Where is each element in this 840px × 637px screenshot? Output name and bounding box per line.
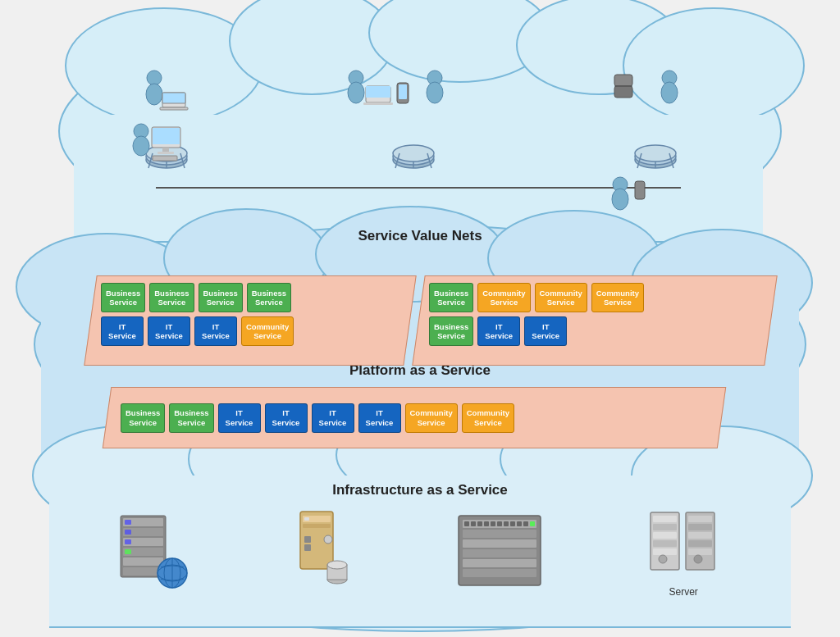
svg-rect-58 (614, 86, 632, 98)
svg-rect-125 (688, 532, 712, 539)
paas-right-row1: BusinessService CommunityService Communi… (429, 283, 760, 312)
svg-rect-45 (366, 86, 390, 98)
svg-rect-88 (304, 517, 309, 521)
iaas-text: Infrastructure as a Service (332, 482, 508, 498)
user-group-1 (144, 68, 189, 171)
hub-icon-2 (391, 142, 436, 171)
it-svc-3: ITService (194, 316, 237, 346)
user-row-1 (144, 68, 189, 121)
large-rack-server-icon (454, 512, 545, 594)
paas-bottom-panel-inner: BusinessService BusinessService ITServic… (107, 388, 721, 448)
community-svc-1: CommunityService (241, 316, 294, 346)
it-svc-8: ITService (312, 403, 354, 433)
person-group-2-icon (346, 68, 453, 125)
infra-item-3 (454, 512, 545, 598)
svg-rect-38 (153, 128, 180, 144)
person-phone-icon (610, 175, 660, 224)
svg-rect-57 (614, 75, 632, 86)
tower-server-icon (292, 507, 354, 594)
iaas-label: Infrastructure as a Service (0, 482, 840, 498)
svg-point-61 (661, 82, 678, 103)
business-svc-4: BusinessService (247, 283, 291, 312)
paas-right-panel: BusinessService CommunityService Communi… (412, 275, 777, 366)
svg-rect-75 (125, 530, 131, 535)
svg-point-64 (612, 189, 628, 210)
svg-rect-80 (123, 557, 163, 566)
svg-rect-104 (464, 521, 469, 526)
svg-rect-41 (153, 156, 177, 161)
business-svc-8: BusinessService (169, 403, 213, 433)
paas-left-panel: BusinessService BusinessService Business… (84, 275, 416, 366)
community-svc-6: CommunityService (462, 403, 514, 433)
svg-rect-127 (688, 548, 712, 555)
svg-rect-120 (653, 548, 677, 555)
infra-item-1 (116, 512, 190, 598)
svg-rect-110 (504, 521, 509, 526)
svn-text: Service Value Nets (358, 228, 482, 243)
svg-point-50 (427, 82, 443, 103)
svg-rect-118 (653, 532, 677, 539)
hub-icon-3 (633, 142, 678, 171)
svg-rect-100 (463, 539, 536, 548)
it-svc-6: ITService (218, 403, 261, 433)
svg-rect-126 (688, 540, 712, 547)
svg-rect-106 (477, 521, 482, 526)
server-pair-icon (646, 504, 720, 582)
svg-rect-103 (463, 569, 536, 577)
community-svc-5: CommunityService (405, 403, 458, 433)
paas-bottom-panel: BusinessService BusinessService ITServic… (103, 387, 727, 448)
svg-point-43 (348, 82, 364, 103)
svg-rect-39 (162, 148, 169, 152)
paas-left-row1: BusinessService BusinessService Business… (101, 283, 399, 312)
business-svc-1: BusinessService (101, 283, 145, 312)
svg-rect-48 (399, 84, 407, 99)
paas-left-panel-inner: BusinessService BusinessService Business… (91, 276, 409, 365)
it-svc-5: ITService (524, 316, 567, 346)
svg-rect-111 (510, 521, 515, 526)
svg-point-93 (324, 535, 332, 544)
business-svc-2: BusinessService (149, 283, 194, 312)
svg-point-25 (146, 84, 162, 105)
it-svc-4: ITService (477, 316, 520, 346)
paas-left-row2: ITService ITService ITService CommunityS… (101, 316, 399, 346)
svg-rect-92 (304, 544, 311, 551)
svg-rect-99 (463, 530, 536, 538)
svg-rect-119 (653, 540, 677, 547)
svn-label: Service Value Nets (0, 228, 840, 244)
it-svc-2: ITService (148, 316, 190, 346)
infra-label-4: Server (669, 586, 697, 598)
community-svc-4: CommunityService (591, 283, 644, 312)
infrastructure-area: Server (66, 504, 771, 598)
business-svc-5: BusinessService (429, 283, 473, 312)
user-group-2 (346, 68, 453, 171)
infra-item-4: Server (646, 504, 720, 598)
business-svc-6: BusinessService (429, 316, 473, 346)
svg-rect-117 (653, 524, 677, 530)
svg-rect-114 (530, 521, 535, 526)
user-group-3 (610, 68, 692, 171)
svg-rect-107 (484, 521, 489, 526)
svg-rect-77 (125, 539, 131, 544)
rack-server-globe-icon (116, 512, 190, 594)
community-svc-3: CommunityService (535, 283, 587, 312)
community-svc-2: CommunityService (477, 283, 530, 312)
svg-point-24 (147, 71, 162, 85)
svg-rect-109 (497, 521, 502, 526)
svg-rect-123 (688, 516, 712, 522)
person-group-3-icon (610, 68, 692, 125)
svg-rect-101 (463, 549, 536, 557)
svg-rect-28 (160, 107, 188, 110)
svg-rect-40 (158, 152, 174, 154)
svg-rect-108 (491, 521, 495, 526)
svg-rect-124 (688, 524, 712, 530)
svg-rect-62 (635, 181, 645, 199)
svg-rect-91 (304, 536, 311, 543)
svg-rect-102 (463, 559, 536, 567)
svg-rect-90 (303, 530, 331, 534)
svg-point-128 (694, 555, 702, 563)
business-svc-3: BusinessService (199, 283, 243, 312)
svg-rect-27 (162, 93, 185, 103)
svg-rect-46 (363, 102, 393, 105)
it-svc-9: ITService (358, 403, 401, 433)
svg-rect-79 (125, 549, 131, 554)
